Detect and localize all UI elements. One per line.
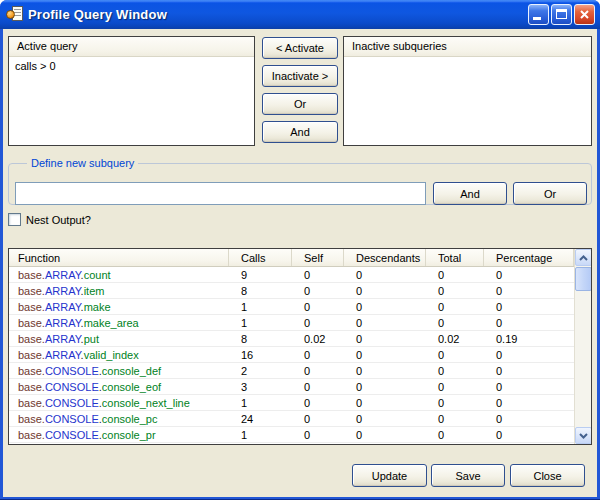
and-button[interactable]: And xyxy=(262,121,338,143)
close-dialog-button[interactable]: Close xyxy=(510,464,585,487)
cell-calls: 9 xyxy=(228,269,291,281)
cluster-name: base. xyxy=(18,397,45,409)
table-row[interactable]: base.ARRAY.put 80.0200.020.19 xyxy=(9,331,574,347)
column-header-calls[interactable]: Calls xyxy=(228,249,291,266)
subquery-or-button[interactable]: Or xyxy=(513,182,587,205)
cell-calls: 3 xyxy=(228,381,291,393)
class-name: ARRAY xyxy=(45,317,81,329)
cell-calls: 24 xyxy=(228,413,291,425)
cluster-name: base. xyxy=(18,269,45,281)
class-name: CONSOLE xyxy=(45,381,99,393)
scroll-up-button[interactable] xyxy=(575,249,592,266)
class-name: CONSOLE xyxy=(45,397,99,409)
cell-calls: 1 xyxy=(228,301,291,313)
cell-calls: 1 xyxy=(228,317,291,329)
cell-self: 0 xyxy=(291,397,343,409)
cell-descendants: 0 xyxy=(343,397,425,409)
cell-percentage: 0 xyxy=(483,429,574,441)
column-header-function[interactable]: Function xyxy=(9,249,228,266)
cell-function: base.CONSOLE.console_eof xyxy=(9,381,228,393)
cell-percentage: 0.19 xyxy=(483,333,574,345)
feature-name: make xyxy=(84,301,111,313)
inactivate-button[interactable]: Inactivate > xyxy=(262,65,338,87)
active-query-list: calls > 0 xyxy=(9,57,254,72)
table-row[interactable]: base.CONSOLE.console_def 20000 xyxy=(9,363,574,379)
table-header-row: FunctionCallsSelfDescendantsTotalPercent… xyxy=(9,249,591,267)
cell-calls: 8 xyxy=(228,333,291,345)
table-row[interactable]: base.CONSOLE.console_eof 30000 xyxy=(9,379,574,395)
update-button[interactable]: Update xyxy=(352,464,427,487)
class-name: ARRAY xyxy=(45,349,81,361)
class-name: CONSOLE xyxy=(45,429,99,441)
cell-percentage: 0 xyxy=(483,381,574,393)
column-header-descendants[interactable]: Descendants xyxy=(343,249,425,266)
cell-total: 0 xyxy=(425,317,483,329)
close-button[interactable] xyxy=(574,4,595,25)
cell-percentage: 0 xyxy=(483,365,574,377)
scrollbar-thumb[interactable] xyxy=(575,267,592,291)
feature-name: put xyxy=(84,333,99,345)
feature-name: console_eof xyxy=(102,381,161,393)
class-name: ARRAY xyxy=(45,269,81,281)
table-row[interactable]: base.ARRAY.make 10000 xyxy=(9,299,574,315)
scrollbar-track[interactable] xyxy=(575,292,592,426)
cell-calls: 8 xyxy=(228,285,291,297)
save-button[interactable]: Save xyxy=(431,464,505,487)
cell-function: base.ARRAY.make_area xyxy=(9,317,228,329)
maximize-icon xyxy=(556,9,567,19)
active-query-panel: Active query calls > 0 xyxy=(8,36,255,146)
cell-total: 0 xyxy=(425,269,483,281)
column-header-self[interactable]: Self xyxy=(291,249,343,266)
activate-button[interactable]: < Activate xyxy=(262,37,338,59)
cell-total: 0 xyxy=(425,365,483,377)
table-row[interactable]: base.CONSOLE.console_pr 10000 xyxy=(9,427,574,443)
scroll-down-button[interactable] xyxy=(575,427,592,444)
cell-descendants: 0 xyxy=(343,285,425,297)
feature-name: console_def xyxy=(102,365,161,377)
cell-self: 0 xyxy=(291,413,343,425)
class-name: ARRAY xyxy=(45,301,81,313)
active-query-header: Active query xyxy=(9,37,254,57)
cell-function: base.CONSOLE.console_pr xyxy=(9,429,228,441)
minimize-button[interactable] xyxy=(528,4,549,25)
active-query-item[interactable]: calls > 0 xyxy=(9,57,254,72)
table-row[interactable]: base.CONSOLE.console_next_line 10000 xyxy=(9,395,574,411)
cell-total: 0.02 xyxy=(425,333,483,345)
table-row[interactable]: base.ARRAY.count 90000 xyxy=(9,267,574,283)
define-subquery-group: Define new subquery And Or xyxy=(8,157,592,205)
cell-calls: 2 xyxy=(228,365,291,377)
cell-function: base.CONSOLE.console_next_line xyxy=(9,397,228,409)
table-row[interactable]: base.ARRAY.make_area 10000 xyxy=(9,315,574,331)
cell-calls: 1 xyxy=(228,429,291,441)
cluster-name: base. xyxy=(18,317,45,329)
subquery-and-button[interactable]: And xyxy=(433,182,507,205)
column-header-total[interactable]: Total xyxy=(425,249,483,266)
inactive-subqueries-header: Inactive subqueries xyxy=(344,37,591,57)
cell-calls: 16 xyxy=(228,349,291,361)
titlebar[interactable]: Profile Query Window xyxy=(0,0,600,29)
cluster-name: base. xyxy=(18,413,45,425)
table-row[interactable]: base.CONSOLE.console_pc 240000 xyxy=(9,411,574,427)
table-row[interactable]: base.ARRAY.valid_index 160000 xyxy=(9,347,574,363)
cell-function: base.CONSOLE.console_def xyxy=(9,365,228,377)
or-button[interactable]: Or xyxy=(262,93,338,115)
table-body: base.ARRAY.count 90000 base.ARRAY.item 8… xyxy=(9,267,591,443)
cell-self: 0.02 xyxy=(291,333,343,345)
nest-output-checkbox[interactable] xyxy=(8,213,21,226)
column-header-percentage[interactable]: Percentage xyxy=(483,249,574,266)
cell-total: 0 xyxy=(425,285,483,297)
cell-descendants: 0 xyxy=(343,301,425,313)
cell-self: 0 xyxy=(291,301,343,313)
table-row[interactable]: base.ARRAY.item 80000 xyxy=(9,283,574,299)
profile-query-window: Profile Query Window Active query calls … xyxy=(0,0,600,500)
cluster-name: base. xyxy=(18,349,45,361)
cell-self: 0 xyxy=(291,285,343,297)
table-scrollbar[interactable] xyxy=(574,249,591,444)
cell-self: 0 xyxy=(291,429,343,441)
maximize-button[interactable] xyxy=(551,4,572,25)
subquery-input[interactable] xyxy=(15,182,426,205)
cell-percentage: 0 xyxy=(483,285,574,297)
cell-descendants: 0 xyxy=(343,333,425,345)
cell-percentage: 0 xyxy=(483,397,574,409)
cell-descendants: 0 xyxy=(343,269,425,281)
